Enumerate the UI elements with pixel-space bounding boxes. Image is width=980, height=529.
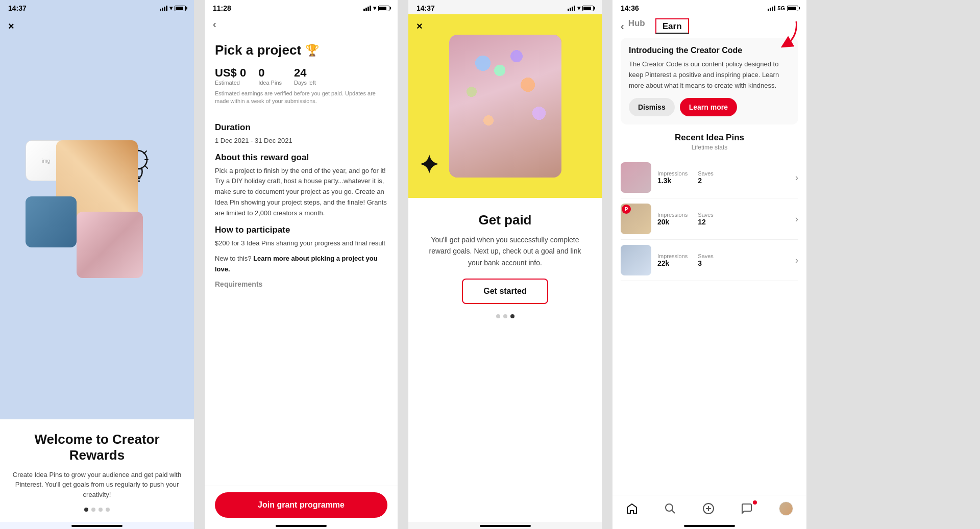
phone-3: 14:37 ▾ × ✦ Get paid You'll get paid whe… — [408, 0, 602, 529]
get-started-button[interactable]: Get started — [462, 279, 548, 304]
title-emoji: 🏆 — [305, 44, 319, 57]
nav-bar-2: ‹ — [205, 14, 398, 34]
phone-4: 14:36 5G ‹ Hub Earn Introducing th — [612, 0, 806, 529]
pin-thumbnail-1 — [621, 162, 651, 193]
pin-stats-3: Impressions 22k Saves 3 — [657, 253, 789, 267]
red-arrow-annotation — [755, 16, 801, 52]
phone-1: 14:37 ▾ × img — [0, 0, 194, 529]
status-icons-4: 5G — [768, 5, 798, 11]
home-indicator-1 — [0, 522, 194, 529]
search-icon — [664, 502, 676, 515]
pin-stats-2: Impressions 20k Saves 12 — [657, 212, 789, 226]
join-grant-button[interactable]: Join grant programme — [215, 492, 387, 518]
chat-icon — [741, 502, 753, 515]
welcome-text-area: Welcome to Creator Rewards Create Idea P… — [0, 419, 194, 522]
add-icon — [702, 502, 715, 515]
hero-image-3: ✦ — [408, 14, 602, 198]
face-card — [449, 35, 561, 178]
page-dots-1 — [12, 508, 182, 512]
battery-icon-3 — [582, 6, 594, 11]
getpaid-title: Get paid — [423, 212, 587, 228]
hero-area-1: img — [0, 14, 194, 419]
dismiss-button[interactable]: Dismiss — [629, 98, 675, 116]
reward-heading: About this reward goal — [215, 153, 387, 163]
learn-link-text: New to this? Learn more about picking a … — [215, 254, 387, 275]
bottom-nav — [612, 495, 806, 522]
dot-2 — [91, 508, 95, 512]
status-icons-1: ▾ — [160, 5, 186, 12]
profile-avatar — [779, 501, 793, 516]
getpaid-subtitle: You'll get paid when you successfully co… — [423, 234, 587, 268]
how-heading: How to participate — [215, 225, 387, 235]
pin-chevron-2: › — [795, 214, 798, 224]
close-button-1[interactable]: × — [8, 20, 14, 32]
welcome-title: Welcome to Creator Rewards — [12, 432, 182, 463]
nav-tabs: Hub Earn — [628, 18, 689, 34]
idea-pin-row-2[interactable]: P Impressions 20k Saves 12 › — [621, 198, 798, 240]
stat-idea-pins: 0 Idea Pins — [258, 66, 282, 86]
back-button-2[interactable]: ‹ — [213, 18, 216, 30]
phone1-content: img Welcome to Creator Rewards Create Id… — [0, 14, 194, 522]
signal-icon-1 — [160, 6, 167, 11]
dot-1 — [84, 508, 88, 512]
home-indicator-4 — [612, 522, 806, 529]
5g-badge: 5G — [777, 5, 785, 11]
recent-pins-title: Recent Idea Pins — [621, 133, 798, 143]
dot3-2 — [503, 314, 507, 318]
pin-stat-row-1: Impressions 1.3k Saves 2 — [657, 170, 789, 185]
pin-impressions-1: Impressions 1.3k — [657, 170, 688, 185]
phone2-content: Pick a project 🏆 US$ 0 Estimated 0 Idea … — [205, 34, 398, 486]
wifi-icon-1: ▾ — [169, 5, 173, 12]
time-1: 14:37 — [8, 4, 27, 12]
welcome-subtitle: Create Idea Pins to grow your audience a… — [12, 470, 182, 500]
getpaid-text-area: Get paid You'll get paid when you succes… — [408, 198, 602, 522]
stat-days-left-value: 24 — [294, 66, 316, 80]
status-icons-3: ▾ — [568, 5, 594, 12]
project-title: Pick a project 🏆 — [215, 42, 387, 58]
pin-saves-2: Saves 12 — [698, 212, 714, 226]
time-4: 14:36 — [621, 4, 639, 12]
nav-home[interactable] — [622, 500, 642, 517]
close-button-3[interactable]: × — [416, 20, 423, 32]
star-doodle: ✦ — [419, 153, 439, 178]
stat-note: Estimated earnings are verified before y… — [215, 90, 387, 114]
nav-chat[interactable] — [737, 500, 757, 517]
time-2: 11:28 — [213, 4, 231, 12]
tab-hub[interactable]: Hub — [628, 18, 645, 34]
status-bar-1: 14:37 ▾ — [0, 0, 194, 14]
pin-impressions-2: Impressions 20k — [657, 212, 688, 226]
learn-more-button[interactable]: Learn more — [680, 98, 737, 116]
time-3: 14:37 — [416, 4, 435, 12]
signal-icon-4 — [768, 6, 775, 11]
stat-estimated-value: US$ 0 — [215, 66, 246, 80]
stat-estimated-label: Estimated — [215, 80, 246, 86]
reward-text: Pick a project to finish by the end of t… — [215, 166, 387, 219]
how-text: $200 for 3 Idea Pins sharing your progre… — [215, 238, 387, 249]
nav-profile[interactable] — [775, 499, 797, 518]
back-button-4[interactable]: ‹ — [621, 20, 624, 32]
stat-estimated: US$ 0 Estimated — [215, 66, 246, 86]
stats-row: US$ 0 Estimated 0 Idea Pins 24 Days left — [215, 66, 387, 86]
wifi-icon-3: ▾ — [577, 5, 580, 12]
svg-line-5 — [672, 510, 675, 513]
tab-earn[interactable]: Earn — [655, 18, 689, 34]
svg-point-4 — [666, 504, 673, 511]
idea-pin-row-3[interactable]: Impressions 22k Saves 3 › — [621, 240, 798, 281]
dot-4 — [106, 508, 110, 512]
idea-pin-row-1[interactable]: Impressions 1.3k Saves 2 › — [621, 157, 798, 198]
status-bar-3: 14:37 ▾ — [408, 0, 602, 14]
status-icons-2: ▾ — [363, 5, 389, 12]
pin-stat-row-2: Impressions 20k Saves 12 — [657, 212, 789, 226]
pin-badge-2: P — [622, 205, 631, 214]
dot3-1 — [496, 314, 500, 318]
pin-impressions-3: Impressions 22k — [657, 253, 688, 267]
status-bar-4: 14:36 5G — [612, 0, 806, 14]
phone-2: 11:28 ▾ ‹ Pick a project 🏆 US$ 0 Estimat… — [204, 0, 398, 529]
collage-image-3 — [26, 196, 77, 247]
stat-idea-pins-value: 0 — [258, 66, 282, 80]
collage-image-4 — [77, 212, 143, 278]
nav-search[interactable] — [660, 500, 680, 517]
nav-add[interactable] — [698, 500, 719, 517]
page-dots-3 — [423, 314, 587, 318]
battery-icon-2 — [378, 6, 389, 11]
